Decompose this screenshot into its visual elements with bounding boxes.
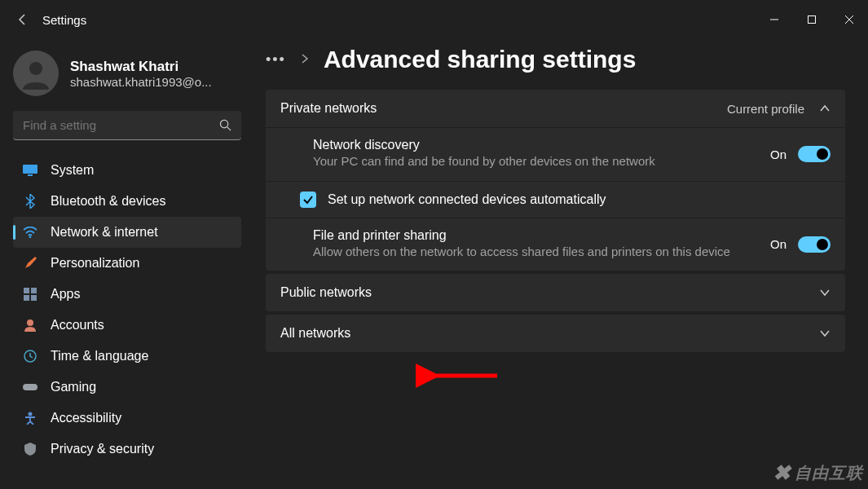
back-button[interactable] bbox=[13, 10, 33, 29]
window-controls bbox=[756, 7, 868, 33]
minimize-button[interactable] bbox=[756, 7, 793, 33]
svg-rect-1 bbox=[809, 16, 816, 24]
sidebar-item-accessibility[interactable]: Accessibility bbox=[13, 403, 241, 434]
setting-description: Allow others on the network to access sh… bbox=[313, 243, 754, 262]
section-title: Public networks bbox=[280, 285, 372, 300]
monitor-icon bbox=[23, 163, 37, 178]
setting-title: File and printer sharing bbox=[313, 228, 754, 243]
app-title: Settings bbox=[42, 13, 86, 27]
section-header-all[interactable]: All networks bbox=[266, 315, 845, 352]
checkbox-auto-setup[interactable] bbox=[300, 192, 316, 208]
breadcrumb: ••• Advanced sharing settings bbox=[266, 46, 845, 73]
sidebar-item-gaming[interactable]: Gaming bbox=[13, 372, 241, 403]
sidebar-item-label: Network & internet bbox=[51, 225, 158, 240]
setting-file-printer-sharing: File and printer sharing Allow others on… bbox=[266, 218, 845, 271]
sidebar-item-label: Privacy & security bbox=[51, 442, 154, 456]
toggle-network-discovery[interactable] bbox=[798, 146, 831, 162]
sidebar-item-privacy-security[interactable]: Privacy & security bbox=[13, 434, 241, 465]
clock-icon bbox=[23, 349, 37, 363]
toggle-state-label: On bbox=[770, 237, 786, 251]
svg-point-2 bbox=[29, 62, 42, 75]
content: ••• Advanced sharing settings Private ne… bbox=[253, 39, 868, 489]
svg-point-3 bbox=[220, 120, 227, 127]
section-header-public[interactable]: Public networks bbox=[266, 274, 845, 311]
watermark-logo: ✖ bbox=[773, 460, 791, 486]
svg-point-12 bbox=[27, 319, 33, 326]
svg-rect-14 bbox=[23, 384, 37, 390]
sidebar-item-label: Accessibility bbox=[51, 411, 121, 425]
chevron-right-icon bbox=[301, 52, 309, 67]
svg-rect-10 bbox=[24, 295, 29, 301]
sidebar: Shashwat Khatri shashwat.khatri1993@o...… bbox=[0, 39, 253, 489]
chevron-up-icon bbox=[819, 101, 831, 116]
setting-description: Your PC can find and be found by other d… bbox=[313, 152, 754, 171]
section-public-networks: Public networks bbox=[266, 274, 845, 311]
page-title: Advanced sharing settings bbox=[324, 46, 636, 73]
access-icon bbox=[23, 411, 37, 425]
wifi-icon bbox=[23, 225, 37, 240]
setting-auto-setup: Set up network connected devices automat… bbox=[266, 181, 845, 218]
section-private-networks: Private networks Current profile Network… bbox=[266, 90, 845, 271]
user-name: Shashwat Khatri bbox=[70, 59, 212, 75]
close-button[interactable] bbox=[831, 7, 868, 33]
setting-network-discovery: Network discovery Your PC can find and b… bbox=[266, 127, 845, 181]
svg-line-4 bbox=[227, 127, 231, 130]
sidebar-item-personalization[interactable]: Personalization bbox=[13, 248, 241, 279]
sidebar-item-label: Gaming bbox=[51, 380, 96, 394]
checkbox-label: Set up network connected devices automat… bbox=[328, 192, 606, 207]
chevron-down-icon bbox=[819, 285, 831, 300]
nav-list: SystemBluetooth & devicesNetwork & inter… bbox=[13, 155, 241, 465]
section-title: Private networks bbox=[280, 101, 377, 116]
sidebar-item-time-language[interactable]: Time & language bbox=[13, 341, 241, 372]
chevron-down-icon bbox=[819, 326, 831, 341]
sidebar-item-label: Apps bbox=[51, 287, 80, 302]
sidebar-item-apps[interactable]: Apps bbox=[13, 279, 241, 310]
section-all-networks: All networks bbox=[266, 315, 845, 352]
brush-icon bbox=[23, 256, 37, 271]
search-icon bbox=[219, 119, 231, 134]
sidebar-item-label: Personalization bbox=[51, 256, 139, 271]
sidebar-item-accounts[interactable]: Accounts bbox=[13, 310, 241, 341]
watermark: ✖ 自由互联 bbox=[773, 460, 863, 486]
watermark-text: 自由互联 bbox=[795, 462, 863, 484]
current-profile-label: Current profile bbox=[727, 102, 804, 116]
search-input[interactable] bbox=[13, 111, 241, 140]
svg-rect-5 bbox=[23, 165, 37, 174]
gamepad-icon bbox=[23, 380, 37, 394]
maximize-button[interactable] bbox=[793, 7, 831, 33]
svg-rect-9 bbox=[31, 288, 37, 293]
svg-point-7 bbox=[29, 236, 32, 238]
sidebar-item-system[interactable]: System bbox=[13, 155, 241, 186]
avatar bbox=[13, 51, 59, 96]
sidebar-item-label: System bbox=[51, 163, 94, 178]
sidebar-item-label: Accounts bbox=[51, 318, 104, 333]
bluetooth-icon bbox=[23, 194, 37, 209]
shield-icon bbox=[23, 442, 37, 456]
user-email: shashwat.khatri1993@o... bbox=[70, 75, 212, 89]
svg-rect-11 bbox=[31, 295, 37, 301]
sidebar-item-label: Time & language bbox=[51, 349, 148, 363]
setting-title: Network discovery bbox=[313, 138, 754, 152]
sidebar-item-network-internet[interactable]: Network & internet bbox=[13, 217, 241, 248]
toggle-state-label: On bbox=[770, 148, 786, 161]
svg-rect-6 bbox=[28, 174, 33, 176]
breadcrumb-ellipsis[interactable]: ••• bbox=[266, 51, 286, 68]
svg-point-15 bbox=[29, 412, 33, 416]
section-title: All networks bbox=[280, 326, 350, 341]
titlebar: Settings bbox=[0, 0, 868, 39]
section-header-private[interactable]: Private networks Current profile bbox=[266, 90, 845, 127]
person-icon bbox=[23, 318, 37, 333]
apps-icon bbox=[23, 287, 37, 302]
user-block[interactable]: Shashwat Khatri shashwat.khatri1993@o... bbox=[13, 46, 249, 111]
sidebar-item-label: Bluetooth & devices bbox=[51, 194, 165, 209]
sidebar-item-bluetooth-devices[interactable]: Bluetooth & devices bbox=[13, 186, 241, 217]
svg-rect-8 bbox=[24, 288, 29, 293]
toggle-file-printer-sharing[interactable] bbox=[798, 236, 831, 253]
